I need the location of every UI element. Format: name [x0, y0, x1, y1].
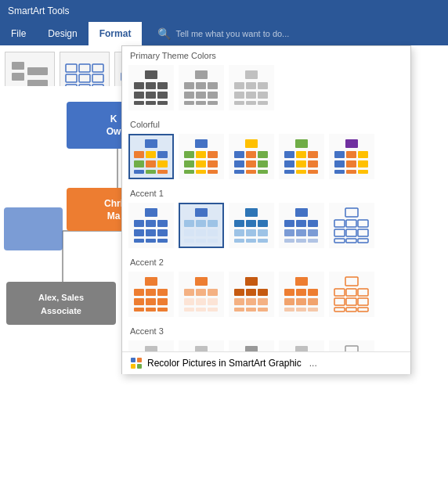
- search-text[interactable]: Tell me what you want to do...: [175, 29, 289, 38]
- svg-rect-114: [258, 160, 268, 167]
- accent1-option-3[interactable]: [229, 203, 274, 248]
- svg-rect-83: [246, 92, 256, 99]
- primary-color-1[interactable]: [128, 65, 174, 110]
- svg-rect-184: [358, 229, 368, 236]
- svg-rect-223: [296, 298, 306, 305]
- svg-rect-68: [195, 70, 208, 79]
- svg-rect-207: [208, 308, 218, 312]
- svg-rect-174: [308, 229, 318, 236]
- svg-rect-145: [134, 239, 144, 243]
- recolor-pictures-button[interactable]: Recolor Pictures in SmartArt Graphic ...: [122, 351, 410, 374]
- svg-rect-193: [146, 298, 156, 305]
- svg-rect-125: [284, 170, 294, 174]
- svg-rect-177: [308, 239, 318, 243]
- svg-rect-227: [308, 308, 318, 312]
- svg-rect-85: [234, 101, 244, 105]
- svg-rect-176: [296, 239, 306, 243]
- svg-rect-136: [346, 170, 356, 174]
- accent2-option-3[interactable]: [229, 272, 274, 317]
- svg-rect-103: [196, 160, 206, 167]
- svg-rect-199: [184, 289, 194, 296]
- svg-rect-120: [296, 151, 306, 158]
- svg-text:Ma: Ma: [107, 211, 121, 221]
- svg-rect-64: [157, 92, 168, 99]
- svg-rect-210: [246, 289, 256, 296]
- accent3-option-1[interactable]: [128, 340, 174, 351]
- accent2-option-5[interactable]: [329, 272, 374, 317]
- accent1-option-2[interactable]: [179, 203, 224, 248]
- svg-rect-268: [295, 346, 308, 351]
- svg-rect-194: [157, 298, 168, 305]
- svg-rect-237: [358, 308, 368, 312]
- svg-rect-67: [157, 101, 168, 105]
- svg-rect-200: [196, 289, 206, 296]
- svg-rect-89: [134, 151, 144, 158]
- svg-rect-58: [145, 70, 157, 79]
- svg-rect-204: [208, 298, 218, 305]
- svg-rect-181: [358, 220, 368, 227]
- svg-rect-149: [184, 220, 194, 227]
- accent3-option-2[interactable]: [179, 340, 224, 351]
- svg-rect-147: [157, 239, 168, 243]
- svg-rect-203: [196, 298, 206, 305]
- colorful-option-4[interactable]: [279, 134, 324, 179]
- accent3-option-5[interactable]: [329, 340, 374, 351]
- svg-rect-73: [196, 92, 206, 99]
- svg-rect-189: [134, 289, 144, 296]
- svg-rect-110: [246, 151, 256, 158]
- svg-rect-214: [258, 298, 268, 305]
- svg-rect-232: [334, 298, 345, 305]
- colorful-option-3[interactable]: [229, 134, 274, 179]
- svg-rect-128: [345, 139, 358, 148]
- accent2-option-4[interactable]: [279, 272, 324, 317]
- tab-design[interactable]: Design: [37, 22, 88, 45]
- tab-file[interactable]: File: [0, 22, 37, 45]
- colorful-option-2[interactable]: [179, 134, 224, 179]
- svg-rect-121: [308, 151, 318, 158]
- svg-rect-118: [295, 139, 308, 148]
- svg-rect-219: [284, 289, 294, 296]
- colorful-option-1[interactable]: [128, 134, 174, 179]
- svg-rect-129: [334, 151, 345, 158]
- colorful-option-5[interactable]: [329, 134, 374, 179]
- svg-rect-218: [295, 277, 308, 286]
- accent3-option-4[interactable]: [279, 340, 324, 351]
- svg-rect-196: [146, 308, 156, 312]
- tab-format[interactable]: Format: [89, 22, 143, 45]
- svg-rect-126: [296, 170, 306, 174]
- accent2-option-2[interactable]: [179, 272, 224, 317]
- svg-rect-11: [92, 74, 103, 82]
- svg-rect-63: [146, 92, 156, 99]
- svg-rect-231: [358, 289, 368, 296]
- accent1-option-4[interactable]: [279, 203, 324, 248]
- accent1-option-1[interactable]: [128, 203, 174, 248]
- svg-rect-82: [234, 92, 244, 99]
- svg-rect-124: [308, 160, 318, 167]
- title-text: SmartArt Tools: [8, 5, 69, 16]
- svg-rect-288: [131, 358, 135, 362]
- svg-rect-106: [196, 170, 206, 174]
- dropdown-scroll[interactable]: Primary Theme Colors: [122, 46, 410, 351]
- accent2-option-1[interactable]: [128, 272, 174, 317]
- section-label-accent1: Accent 1: [122, 184, 410, 201]
- primary-color-3[interactable]: [229, 65, 274, 110]
- accent1-option-5[interactable]: [329, 203, 374, 248]
- svg-rect-8: [79, 74, 90, 82]
- svg-rect-208: [245, 277, 258, 286]
- svg-rect-166: [246, 239, 256, 243]
- svg-rect-60: [146, 82, 156, 89]
- svg-rect-182: [334, 229, 345, 236]
- svg-rect-289: [137, 358, 142, 362]
- svg-rect-117: [258, 170, 268, 174]
- accent3-option-3[interactable]: [229, 340, 274, 351]
- primary-color-2[interactable]: [179, 65, 224, 110]
- svg-rect-186: [346, 239, 356, 243]
- svg-rect-0: [12, 62, 24, 70]
- svg-rect-84: [258, 92, 268, 99]
- svg-text:K: K: [110, 113, 117, 124]
- svg-rect-151: [208, 220, 218, 227]
- svg-rect-134: [358, 160, 368, 167]
- svg-rect-188: [145, 277, 157, 286]
- svg-rect-132: [334, 160, 345, 167]
- search-icon: 🔍: [157, 27, 171, 40]
